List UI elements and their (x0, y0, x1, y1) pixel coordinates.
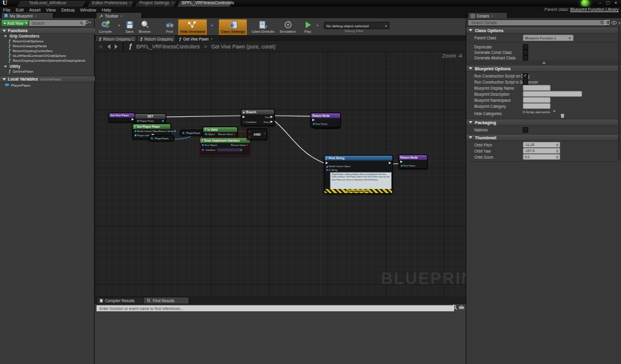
close-icon[interactable]: × (129, 1, 132, 5)
orbit-pitch-field[interactable]: -11.25 (523, 142, 560, 148)
section-expander[interactable] (466, 61, 621, 64)
window-tab-editor-preferences-label[interactable]: Editor Preferences (92, 1, 127, 5)
function-item[interactable]: ƒIsLeftHandControlerOrGrabSphere (0, 53, 102, 58)
section-blueprint-options[interactable]: Blueprint Options (466, 65, 621, 72)
data-pin[interactable] (135, 130, 136, 132)
node-function-entry[interactable]: Get Vive Pawn (109, 113, 135, 122)
function-item[interactable]: ƒReturnGrabSpheres (0, 39, 102, 44)
node-is-valid[interactable]: ? Is Valid Object Return Value (203, 127, 238, 138)
close-icon[interactable]: × (210, 37, 213, 41)
variable-item-playerpawn[interactable]: PlayerPawn (0, 82, 99, 87)
minimize-button[interactable]: – (597, 1, 603, 5)
class-settings-button[interactable]: Class Settings (219, 19, 247, 36)
breadcrumb-leaf[interactable]: Get Vive Pawn (pure, const) (211, 44, 275, 50)
maximize-button[interactable]: ▢ (605, 1, 611, 5)
data-pin[interactable] (137, 120, 139, 122)
find-references-input[interactable] (98, 306, 452, 311)
details-view-options[interactable]: ▾ (605, 20, 620, 25)
my-blueprint-search-input[interactable] (31, 21, 80, 26)
my-blueprint-search[interactable] (29, 19, 86, 27)
function-item-getvivepawn[interactable]: ƒGetVivePawn (0, 69, 102, 74)
exec-pin[interactable] (326, 162, 328, 164)
bool-pin[interactable] (246, 144, 248, 146)
run-on-drag-checkbox[interactable] (523, 73, 528, 79)
function-item[interactable]: ƒReturnGrippingControllersSpheresAndGras… (0, 58, 102, 63)
add-array-element-button[interactable]: + (553, 109, 556, 113)
data-pin[interactable] (162, 120, 164, 122)
data-pin[interactable] (205, 133, 207, 135)
close-button[interactable]: ✕ (613, 1, 619, 5)
exec-pin[interactable] (270, 121, 273, 123)
exec-pin[interactable] (132, 118, 134, 121)
search-icon[interactable] (452, 305, 457, 310)
namespace-field[interactable] (523, 97, 551, 103)
function-item[interactable]: ƒReturnGrippingControllers (0, 48, 102, 53)
save-button[interactable]: Save (123, 19, 136, 36)
node-branch[interactable]: ◆ Branch True Condition False (241, 109, 275, 126)
local-variables-header[interactable]: Local Variables (GetVivePawn) + (0, 76, 99, 82)
breadcrumb-root[interactable]: BPFL_VRFitnessControlers (136, 44, 200, 50)
class-pin[interactable] (202, 149, 204, 151)
category-utility[interactable]: Utility (0, 64, 21, 68)
category-grip-controllers[interactable]: Grip Controllers (0, 34, 39, 38)
node-return-top[interactable]: Return Node Vive Pawn (310, 113, 341, 127)
bool-pin[interactable] (264, 133, 266, 134)
filter-visibility[interactable]: ▾ (83, 20, 91, 24)
functions-header[interactable]: Functions + (0, 27, 99, 34)
close-icon[interactable]: × (172, 1, 174, 5)
blueprint-graph-canvas[interactable]: Zoom -4 BLUEPRINT Get Vive Pawn (95, 51, 466, 296)
in-string-textbox[interactable]: PlayerPawn is either invalid or does not… (330, 172, 392, 190)
parent-class-dropdown[interactable]: Blueprint Function L ▼ (523, 35, 574, 41)
display-name-field[interactable] (523, 85, 551, 91)
data-pin[interactable] (401, 165, 403, 167)
section-class-options[interactable]: Class Options (466, 27, 621, 34)
bool-pin[interactable] (233, 133, 235, 135)
close-icon[interactable]: × (120, 14, 123, 18)
nav-forward-icon[interactable] (115, 44, 118, 49)
spinner-icon[interactable] (556, 156, 559, 159)
close-icon[interactable]: × (491, 14, 494, 18)
browse-button[interactable]: Browse (137, 19, 152, 36)
compile-button[interactable]: Compile (97, 19, 113, 36)
description-field[interactable] (523, 91, 582, 97)
data-pin[interactable] (174, 130, 176, 132)
find-button[interactable]: Find (163, 19, 176, 36)
close-icon[interactable]: × (227, 1, 229, 5)
node-var-get-playerpawn[interactable]: PlayerPawn (148, 135, 175, 142)
orbit-yaw-field[interactable]: -157.5 (523, 148, 560, 154)
add-new-button[interactable]: + Add New ▼ (1, 19, 32, 27)
node-return-bottom[interactable]: Return Node Vive Pawn (398, 154, 428, 169)
bool-pin[interactable] (249, 131, 250, 133)
node-and[interactable]: AND (247, 128, 267, 140)
parent-class-link[interactable]: Blueprint Function Library (570, 7, 619, 12)
details-search[interactable] (468, 19, 607, 26)
data-pin[interactable] (135, 134, 136, 136)
window-tab-level-label[interactable]: TestLevel_ARnBoxr (29, 1, 66, 5)
class-defaults-button[interactable]: Class Defaults (250, 19, 276, 36)
close-icon[interactable]: × (35, 14, 37, 18)
section-thumbnail[interactable]: Thumbnail (466, 134, 621, 141)
favorite-star-icon[interactable]: ☆ (98, 44, 103, 50)
play-button[interactable]: Play (301, 19, 315, 36)
category-field[interactable] (523, 103, 551, 109)
nativize-checkbox[interactable] (523, 127, 528, 133)
exec-pin[interactable] (389, 162, 391, 164)
bool-pin[interactable] (249, 136, 250, 137)
nav-back-icon[interactable] (107, 44, 110, 49)
hide-unrelated-button[interactable]: Hide Unrelated (178, 19, 207, 36)
orbit-zoom-field[interactable]: 0.0 (523, 154, 560, 160)
exec-pin[interactable] (243, 116, 245, 118)
find-in-blueprints-icon[interactable] (458, 305, 465, 310)
play-options-chevron-icon[interactable]: ▾ (317, 23, 318, 27)
node-print-string[interactable]: ƒ Print String World Context Object In S… (324, 155, 393, 194)
spinner-icon[interactable] (556, 150, 559, 153)
section-packaging[interactable]: Packaging (466, 119, 621, 126)
window-tab-project-settings-label[interactable]: Project Settings (139, 1, 169, 5)
exec-pin[interactable] (312, 119, 315, 121)
details-scrollbar[interactable] (618, 27, 620, 160)
debug-object-dropdown[interactable]: No debug object selected ▾ (324, 22, 389, 29)
string-pin[interactable] (326, 169, 328, 171)
spinner-icon[interactable] (556, 144, 559, 147)
generate-abstract-checkbox[interactable] (523, 55, 528, 61)
data-pin[interactable] (313, 123, 315, 125)
